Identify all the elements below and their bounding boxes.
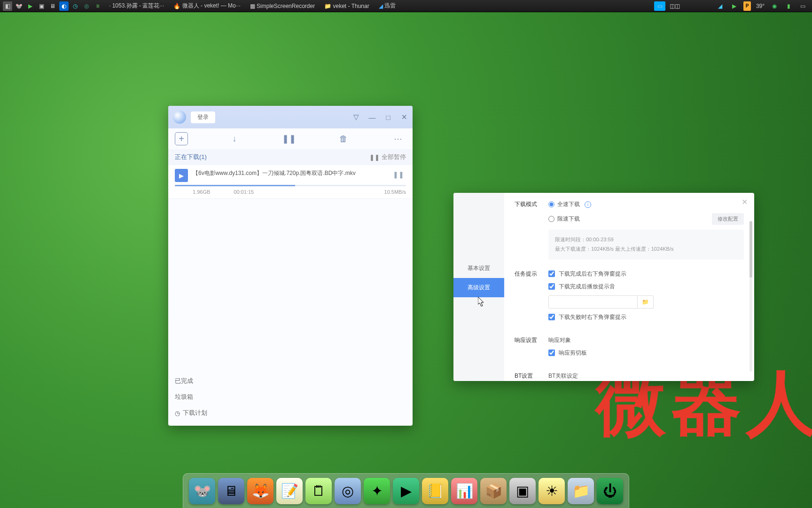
xunlei-window: 登录 ▽ — □ ✕ + ↓ ❚❚ 🗑 ⋯ 正在下载(1) ❚❚ 全部暂停 ▶ … <box>168 106 413 426</box>
dock-xfce[interactable]: 🐭 <box>189 478 215 504</box>
section-label-resp: 响应设置 <box>515 336 548 362</box>
app-icon[interactable]: ◐ <box>59 1 69 11</box>
dock-note2[interactable]: 📒 <box>422 478 448 504</box>
resp-target-label: 响应对象 <box>548 336 744 344</box>
sound-path-input[interactable] <box>548 295 638 309</box>
pause-all-button[interactable]: ❚❚ 全部暂停 <box>369 153 406 161</box>
dock-editor[interactable]: 📝 <box>276 478 303 504</box>
pause-icon: ❚❚ <box>369 154 380 161</box>
delete-button[interactable]: 🗑 <box>336 131 351 147</box>
xunlei-titlebar[interactable]: 登录 ▽ — □ ✕ <box>168 106 413 128</box>
xunlei-toolbar: + ↓ ❚❚ 🗑 ⋯ <box>168 128 413 149</box>
dock-firefox[interactable]: 🦊 <box>247 478 273 504</box>
dock-chromium[interactable]: ◎ <box>335 478 361 504</box>
tray-play-icon[interactable]: ▶ <box>729 1 739 11</box>
monitor-icon[interactable]: 🖥 <box>48 1 57 11</box>
tray-wifi-icon[interactable]: ◉ <box>770 1 779 11</box>
login-button[interactable]: 登录 <box>191 111 215 123</box>
xunlei-tabs: 正在下载(1) ❚❚ 全部暂停 <box>168 149 413 165</box>
globe-icon[interactable]: ◎ <box>82 1 91 11</box>
dock-power[interactable]: ⏻ <box>597 478 623 504</box>
dock-folder[interactable]: 📁 <box>568 478 594 504</box>
radio-limitspeed[interactable] <box>548 216 554 222</box>
download-button[interactable]: ↓ <box>226 131 242 147</box>
dock-terminal[interactable]: ▣ <box>509 478 536 504</box>
sidebar-basic[interactable]: 基本设置 <box>453 259 504 278</box>
tray-bird-icon[interactable]: ◢ <box>715 1 725 11</box>
taskbar-app-thunar[interactable]: 📁 veket - Thunar <box>320 0 373 12</box>
dock-notes[interactable]: 🗒 <box>305 478 332 504</box>
tray-battery-icon[interactable]: ▮ <box>784 1 793 11</box>
taskbar-right: ▭ ◫◫ ◢ ▶ P 39° ◉ ▮ ▭ <box>653 1 812 11</box>
xunlei-bottom-nav: 已完成 垃圾箱 ◷下载计划 <box>168 368 413 426</box>
maximize-icon[interactable]: □ <box>384 113 392 121</box>
taskbar-left: ◧ 🐭 ▶ ▣ 🖥 ◐ ◷ ◎ ≡ · 1053.孙露 - 蓝莲花··· 🔥 微… <box>0 0 399 12</box>
minimize-icon[interactable]: — <box>368 113 376 121</box>
scrollbar[interactable] <box>750 221 752 372</box>
dock-display[interactable]: 🖥 <box>218 478 244 504</box>
pause-button[interactable]: ❚❚ <box>281 131 297 147</box>
taskbar-app-music[interactable]: · 1053.孙露 - 蓝莲花··· <box>105 0 168 12</box>
more-button[interactable]: ⋯ <box>390 131 406 147</box>
video-thumb-icon: ▶ <box>175 169 188 182</box>
browse-folder-button[interactable]: 📁 <box>638 295 654 309</box>
sidebar-advanced[interactable]: 高级设置 <box>453 278 504 297</box>
radio-fullspeed[interactable] <box>548 201 554 207</box>
section-label-bt: BT设置 <box>515 372 548 380</box>
bt-assoc-label: BT关联设定 <box>548 372 744 380</box>
nav-completed[interactable]: 已完成 <box>175 373 406 389</box>
tray-drawer-icon[interactable]: ▭ <box>798 1 807 11</box>
dock: 🐭 🖥 🦊 📝 🗒 ◎ ✦ ▶ 📒 📊 📦 ▣ ☀ 📁 ⏻ <box>183 473 629 508</box>
edit-config-button[interactable]: 修改配置 <box>712 213 744 225</box>
clock-icon[interactable]: ◷ <box>70 1 80 11</box>
settings-sidebar: 基本设置 高级设置 <box>453 193 504 381</box>
scrollbar-thumb[interactable] <box>750 221 752 278</box>
settings-window: 基本设置 高级设置 ✕ 下载模式 全速下载 i 限速下载 修改配置 <box>453 193 754 381</box>
taskbar: ◧ 🐭 ▶ ▣ 🖥 ◐ ◷ ◎ ≡ · 1053.孙露 - 蓝莲花··· 🔥 微… <box>0 0 812 12</box>
progress-bar <box>175 185 406 186</box>
dock-archive[interactable]: 📦 <box>480 478 507 504</box>
limit-info-box: 限速时间段：00:00-23:59 最大下载速度：1024KB/s 最大上传速度… <box>548 230 744 260</box>
tray-workspace-icon[interactable]: ◫◫ <box>670 1 679 11</box>
section-label-mode: 下载模式 <box>515 200 548 260</box>
dock-media[interactable]: ▶ <box>393 478 419 504</box>
dropdown-icon[interactable]: ▽ <box>352 113 360 121</box>
chk-complete-sound[interactable] <box>548 283 555 290</box>
tray-p-icon[interactable]: P <box>743 1 751 11</box>
dock-brightness[interactable]: ☀ <box>539 478 565 504</box>
chk-complete-popup[interactable] <box>548 270 555 277</box>
menu-icon[interactable]: ◧ <box>3 1 12 11</box>
settings-main: ✕ 下载模式 全速下载 i 限速下载 修改配置 限速时间段：00:00-23 <box>504 193 754 381</box>
settings-close-button[interactable]: ✕ <box>742 198 748 206</box>
nav-plan[interactable]: ◷下载计划 <box>175 405 406 421</box>
item-pause-button[interactable]: ❚❚ <box>391 169 406 180</box>
xunlei-logo-icon <box>173 111 186 124</box>
nav-trash[interactable]: 垃圾箱 <box>175 389 406 405</box>
download-item[interactable]: ▶ 【6v电影www.dy131.com】一刀倾城.720p.国粤双语.BD中字… <box>168 165 413 199</box>
close-icon[interactable]: ✕ <box>400 113 408 121</box>
tray-temp-icon[interactable]: 39° <box>756 1 765 11</box>
play-icon[interactable]: ▶ <box>25 1 35 11</box>
chk-fail-popup[interactable] <box>548 314 555 320</box>
audio-icon[interactable]: ≡ <box>93 1 102 11</box>
clock-icon: ◷ <box>175 410 180 417</box>
add-task-button[interactable]: + <box>175 132 188 145</box>
dock-office[interactable]: 📊 <box>451 478 477 504</box>
download-meta: 1.96GB 00:01:15 10.5MB/s <box>175 189 406 195</box>
taskbar-app-browser[interactable]: 🔥 微器人 - veket! — Mo··· <box>170 0 244 12</box>
dock-share[interactable]: ✦ <box>364 478 390 504</box>
taskbar-app-xunlei[interactable]: ◢ 迅雷 <box>375 0 399 12</box>
chk-clipboard[interactable] <box>548 349 555 356</box>
tray-screen-icon[interactable]: ▭ <box>654 1 665 11</box>
info-icon[interactable]: i <box>585 201 591 208</box>
download-filename: 【6v电影www.dy131.com】一刀倾城.720p.国粤双语.BD中字.m… <box>193 169 386 177</box>
tab-downloading[interactable]: 正在下载(1) <box>175 153 207 161</box>
terminal-icon[interactable]: ▣ <box>37 1 46 11</box>
taskbar-app-recorder[interactable]: ▦ SimpleScreenRecorder <box>246 0 319 12</box>
section-label-task: 任务提示 <box>515 270 548 326</box>
xfce-icon[interactable]: 🐭 <box>14 1 23 11</box>
